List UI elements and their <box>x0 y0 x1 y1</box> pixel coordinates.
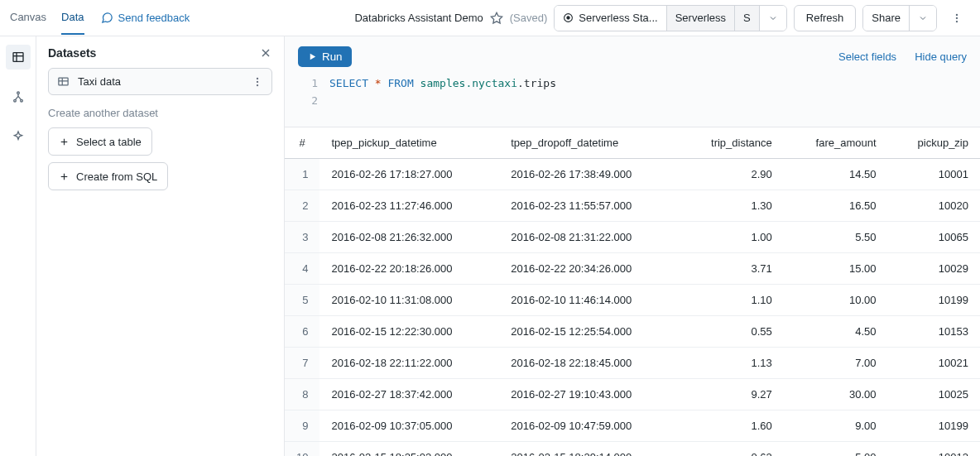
column-header[interactable]: tpep_pickup_datetime <box>319 127 499 159</box>
row-index: 6 <box>285 315 319 347</box>
table-row[interactable]: 102016-02-15 18:25:02.0002016-02-15 18:2… <box>285 441 980 456</box>
cell: 2016-02-23 11:27:46.000 <box>319 190 499 221</box>
chevron-down-icon <box>918 13 928 23</box>
cell: 2016-02-18 22:11:22.000 <box>319 347 499 378</box>
datasets-title: Datasets <box>48 46 96 60</box>
cell: 10001 <box>888 158 980 190</box>
results-table-wrap[interactable]: #tpep_pickup_datetimetpep_dropoff_dateti… <box>285 127 980 456</box>
send-feedback-link[interactable]: Send feedback <box>101 12 190 24</box>
close-panel-button[interactable] <box>259 46 272 60</box>
compute-tertiary[interactable]: S <box>735 6 760 31</box>
line-number: 1 <box>298 75 318 93</box>
svg-point-5 <box>956 20 958 22</box>
cell: 10012 <box>888 441 980 456</box>
close-icon <box>259 46 272 60</box>
column-header[interactable]: pickup_zip <box>888 127 980 159</box>
cell: 3.71 <box>679 252 784 284</box>
create-sql-button[interactable]: Create from SQL <box>48 162 168 190</box>
svg-point-4 <box>956 17 958 18</box>
chevron-down-icon <box>768 13 778 23</box>
svg-rect-6 <box>13 53 23 62</box>
plus-icon <box>59 171 70 182</box>
run-label: Run <box>322 50 342 63</box>
notebook-title[interactable]: Databricks Assistant Demo <box>354 12 483 24</box>
compute-primary[interactable]: Serverless Sta... <box>555 6 666 31</box>
table-row[interactable]: 82016-02-27 18:37:42.0002016-02-27 19:10… <box>285 378 980 410</box>
run-button[interactable]: Run <box>298 46 352 67</box>
compute-secondary-label: Serverless <box>675 12 726 24</box>
table-row[interactable]: 42016-02-22 20:18:26.0002016-02-22 20:34… <box>285 252 980 284</box>
row-index: 5 <box>285 284 319 315</box>
play-icon <box>308 52 317 61</box>
table-row[interactable]: 62016-02-15 12:22:30.0002016-02-15 12:25… <box>285 315 980 347</box>
svg-point-10 <box>13 99 16 102</box>
star-icon[interactable] <box>490 12 503 25</box>
chat-icon <box>101 12 113 24</box>
cell: 1.00 <box>679 221 784 252</box>
column-header[interactable]: fare_amount <box>784 127 888 159</box>
kebab-icon <box>951 12 963 24</box>
compute-secondary[interactable]: Serverless <box>667 6 735 31</box>
svg-point-19 <box>257 84 258 85</box>
table-icon <box>57 75 70 88</box>
tab-data[interactable]: Data <box>61 1 84 35</box>
send-feedback-label: Send feedback <box>118 12 190 24</box>
line-number: 2 <box>298 93 318 110</box>
compute-primary-label: Serverless Sta... <box>579 12 657 24</box>
select-fields-link[interactable]: Select fields <box>838 50 896 63</box>
column-header[interactable]: tpep_dropoff_datetime <box>499 127 679 159</box>
column-header[interactable]: trip_distance <box>679 127 784 159</box>
table-row[interactable]: 92016-02-09 10:37:05.0002016-02-09 10:47… <box>285 410 980 441</box>
cell: 10020 <box>888 190 980 221</box>
cell: 4.50 <box>784 315 888 347</box>
table-row[interactable]: 32016-02-08 21:26:32.0002016-02-08 21:31… <box>285 221 980 252</box>
cell: 2.90 <box>679 158 784 190</box>
rail-datasets[interactable] <box>6 45 31 70</box>
cell: 2016-02-26 17:18:27.000 <box>319 158 499 190</box>
rail-lineage[interactable] <box>6 84 31 109</box>
cell: 1.30 <box>679 190 784 221</box>
cell: 10029 <box>888 252 980 284</box>
compute-dropdown[interactable] <box>760 6 786 31</box>
table-row[interactable]: 52016-02-10 11:31:08.0002016-02-10 11:46… <box>285 284 980 315</box>
cell: 10199 <box>888 284 980 315</box>
main-area: Datasets Taxi data Create another datase… <box>0 36 980 456</box>
table-row[interactable]: 22016-02-23 11:27:46.0002016-02-23 11:55… <box>285 190 980 221</box>
sql-editor[interactable]: 1 SELECT * FROM samples.nyctaxi.trips 2 <box>285 67 980 127</box>
row-index: 1 <box>285 158 319 190</box>
svg-point-3 <box>956 13 958 15</box>
select-table-button[interactable]: Select a table <box>48 127 152 156</box>
dataset-name: Taxi data <box>78 75 121 88</box>
tab-canvas[interactable]: Canvas <box>10 1 46 35</box>
row-index-header[interactable]: # <box>285 127 319 159</box>
datasets-panel: Datasets Taxi data Create another datase… <box>36 36 285 456</box>
overflow-menu-button[interactable] <box>944 5 970 31</box>
cell: 2016-02-09 10:37:05.000 <box>319 410 499 441</box>
dataset-more-button[interactable] <box>252 76 263 88</box>
cell: 2016-02-27 18:37:42.000 <box>319 378 499 410</box>
row-index: 9 <box>285 410 319 441</box>
cell: 1.60 <box>679 410 784 441</box>
cell: 10021 <box>888 347 980 378</box>
rail-assist[interactable] <box>6 124 31 149</box>
dataset-item[interactable]: Taxi data <box>48 68 272 95</box>
cell: 1.13 <box>679 347 784 378</box>
cell: 14.50 <box>784 158 888 190</box>
refresh-button[interactable]: Refresh <box>794 5 857 31</box>
radio-selected-icon <box>563 12 574 23</box>
cell: 10.00 <box>784 284 888 315</box>
select-table-label: Select a table <box>76 136 142 148</box>
svg-point-18 <box>257 80 258 82</box>
cell: 2016-02-22 20:34:26.000 <box>499 252 679 284</box>
cell: 2016-02-08 21:31:22.000 <box>499 221 679 252</box>
share-button[interactable]: Share <box>863 6 910 31</box>
share-dropdown[interactable] <box>910 6 936 31</box>
row-index: 4 <box>285 252 319 284</box>
compute-selector[interactable]: Serverless Sta... Serverless S <box>554 5 786 31</box>
table-row[interactable]: 12016-02-26 17:18:27.0002016-02-26 17:38… <box>285 158 980 190</box>
cell: 10153 <box>888 315 980 347</box>
cell: 2016-02-26 17:38:49.000 <box>499 158 679 190</box>
table-row[interactable]: 72016-02-18 22:11:22.0002016-02-18 22:18… <box>285 347 980 378</box>
hide-query-link[interactable]: Hide query <box>915 50 967 63</box>
cell: 2016-02-09 10:47:59.000 <box>499 410 679 441</box>
